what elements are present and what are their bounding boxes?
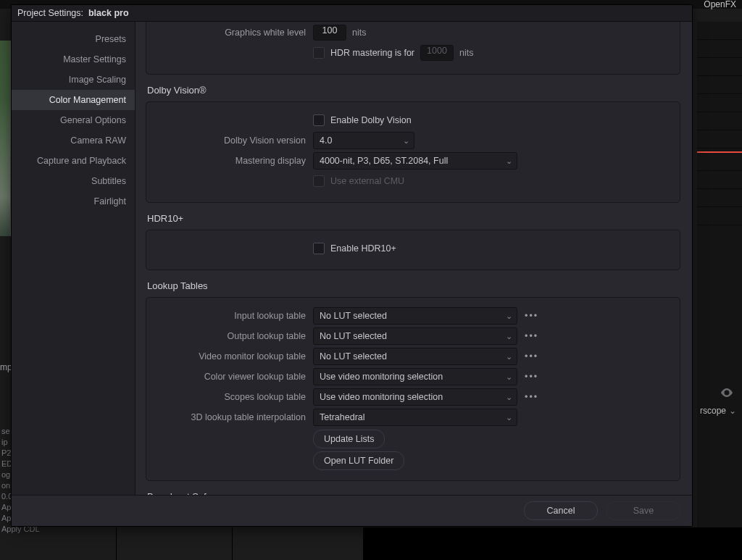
output-lut-label: Output lookup table xyxy=(157,331,313,341)
mastering-display-value: 4000-nit, P3, D65, ST.2084, Full xyxy=(320,156,448,166)
viewer-lut-select[interactable]: Use video monitoring selection⌄ xyxy=(313,368,517,385)
output-lut-select[interactable]: No LUT selected⌄ xyxy=(313,327,517,345)
dolby-version-label: Dolby Vision version xyxy=(157,135,313,146)
openfx-label: OpenFX xyxy=(704,0,736,9)
save-button[interactable]: Save xyxy=(606,501,680,520)
modal-project-name: black pro xyxy=(88,8,129,18)
visibility-icon[interactable] xyxy=(720,388,733,399)
interp-select[interactable]: Tetrahedral⌄ xyxy=(313,409,517,426)
enable-hdr10-label: Enable HDR10+ xyxy=(330,243,396,254)
viewer-lut-more-icon[interactable]: ••• xyxy=(525,372,538,382)
hdr-mastering-for-unit: nits xyxy=(459,48,473,58)
viewer-lut-value: Use video monitoring selection xyxy=(320,372,443,382)
hdr-mastering-for-checkbox[interactable] xyxy=(313,47,325,59)
settings-scroll[interactable]: Graphics white level 100 nits HDR master… xyxy=(146,22,685,495)
rscope-dropdown[interactable]: rscope⌄ xyxy=(700,406,736,416)
sidebar-item-fairlight[interactable]: Fairlight xyxy=(12,191,135,212)
scopes-lut-value: Use video monitoring selection xyxy=(320,392,443,402)
modal-body: Presets Master Settings Image Scaling Co… xyxy=(12,22,692,495)
monitor-lut-select[interactable]: No LUT selected⌄ xyxy=(313,348,517,365)
open-lut-folder-button[interactable]: Open LUT Folder xyxy=(313,451,404,470)
chevron-down-icon: ⌄ xyxy=(506,413,512,422)
panel-dolby: Enable Dolby Vision Dolby Vision version… xyxy=(146,101,680,203)
rscope-label: rscope xyxy=(700,406,726,416)
mastering-display-label: Mastering display xyxy=(157,156,313,166)
chevron-down-icon: ⌄ xyxy=(506,372,512,382)
bg-panel-split2 xyxy=(232,527,233,560)
input-lut-value: No LUT selected xyxy=(320,311,387,321)
bg-scope xyxy=(362,527,742,560)
input-lut-label: Input lookup table xyxy=(157,311,313,321)
section-title-dolby: Dolby Vision® xyxy=(147,85,680,96)
chevron-down-icon: ⌄ xyxy=(506,352,512,362)
interp-value: Tetrahedral xyxy=(320,412,365,422)
input-lut-select[interactable]: No LUT selected⌄ xyxy=(313,307,517,325)
enable-hdr10-checkbox[interactable] xyxy=(313,243,325,254)
chevron-down-icon: ⌄ xyxy=(506,332,512,341)
graphics-white-level-input[interactable]: 100 xyxy=(313,25,346,41)
external-cmu-label: Use external CMU xyxy=(330,176,404,186)
chevron-down-icon: ⌄ xyxy=(403,136,409,146)
monitor-lut-value: No LUT selected xyxy=(320,351,387,362)
bg-right-column xyxy=(697,22,742,560)
hdr-mastering-for-input: 1000 xyxy=(420,45,454,61)
enable-dolby-label: Enable Dolby Vision xyxy=(330,115,412,125)
enable-dolby-checkbox[interactable] xyxy=(313,114,325,126)
mastering-display-select[interactable]: 4000-nit, P3, D65, ST.2084, Full ⌄ xyxy=(313,152,517,170)
chevron-down-icon: ⌄ xyxy=(506,393,512,402)
scopes-lut-select[interactable]: Use video monitoring selection⌄ xyxy=(313,388,517,406)
chevron-down-icon: ⌄ xyxy=(506,156,512,166)
sidebar-item-color-management[interactable]: Color Management xyxy=(12,90,135,110)
panel-hdr10: Enable HDR10+ xyxy=(146,230,680,270)
sidebar-item-subtitles[interactable]: Subtitles xyxy=(12,171,135,191)
sidebar-item-image-scaling[interactable]: Image Scaling xyxy=(12,70,135,90)
chevron-down-icon: ⌄ xyxy=(729,406,736,416)
sidebar-item-general-options[interactable]: General Options xyxy=(12,110,135,130)
scopes-lut-label: Scopes lookup table xyxy=(157,392,313,402)
settings-content: Graphics white level 100 nits HDR master… xyxy=(136,22,692,495)
bg-panel-split xyxy=(116,527,364,560)
hdr-mastering-for-label: HDR mastering is for xyxy=(330,48,414,58)
monitor-lut-more-icon[interactable]: ••• xyxy=(525,351,538,362)
modal-titlebar[interactable]: Project Settings: black pro xyxy=(12,5,692,22)
chevron-down-icon: ⌄ xyxy=(506,312,512,321)
dolby-version-value: 4.0 xyxy=(320,135,332,146)
cancel-button[interactable]: Cancel xyxy=(524,501,598,520)
scopes-lut-more-icon[interactable]: ••• xyxy=(525,392,538,402)
monitor-lut-label: Video monitor lookup table xyxy=(157,351,313,362)
output-lut-more-icon[interactable]: ••• xyxy=(525,331,538,341)
sidebar-item-master-settings[interactable]: Master Settings xyxy=(12,49,135,70)
section-title-hdr10: HDR10+ xyxy=(147,213,680,224)
modal-title-prefix: Project Settings: xyxy=(17,8,83,18)
sidebar-item-presets[interactable]: Presets xyxy=(12,29,135,49)
sidebar-item-camera-raw[interactable]: Camera RAW xyxy=(12,130,135,151)
update-lists-button[interactable]: Update Lists xyxy=(313,430,385,448)
project-settings-modal: Project Settings: black pro Presets Mast… xyxy=(11,4,693,527)
sidebar-item-capture-playback[interactable]: Capture and Playback xyxy=(12,151,135,171)
modal-footer: Cancel Save xyxy=(12,495,692,526)
bg-thumbnail xyxy=(0,41,11,236)
settings-sidebar: Presets Master Settings Image Scaling Co… xyxy=(12,22,136,495)
graphics-white-level-label: Graphics white level xyxy=(157,28,313,38)
panel-prev-tail: Graphics white level 100 nits HDR master… xyxy=(146,22,680,75)
graphics-white-level-unit: nits xyxy=(352,28,366,38)
section-title-lut: Lookup Tables xyxy=(147,280,680,291)
dolby-version-select[interactable]: 4.0 ⌄ xyxy=(313,132,414,149)
panel-lut: Input lookup table No LUT selected⌄ ••• … xyxy=(146,297,680,481)
output-lut-value: No LUT selected xyxy=(320,331,387,341)
input-lut-more-icon[interactable]: ••• xyxy=(525,311,538,321)
section-title-broadcast: Broadcast Safe xyxy=(147,491,680,495)
external-cmu-checkbox xyxy=(313,175,325,187)
app-root: OpenFX mp se ip P2 EDI og on 0.00 Ap Ap … xyxy=(0,0,742,560)
interp-label: 3D lookup table interpolation xyxy=(157,412,313,422)
viewer-lut-label: Color viewer lookup table xyxy=(157,372,313,382)
